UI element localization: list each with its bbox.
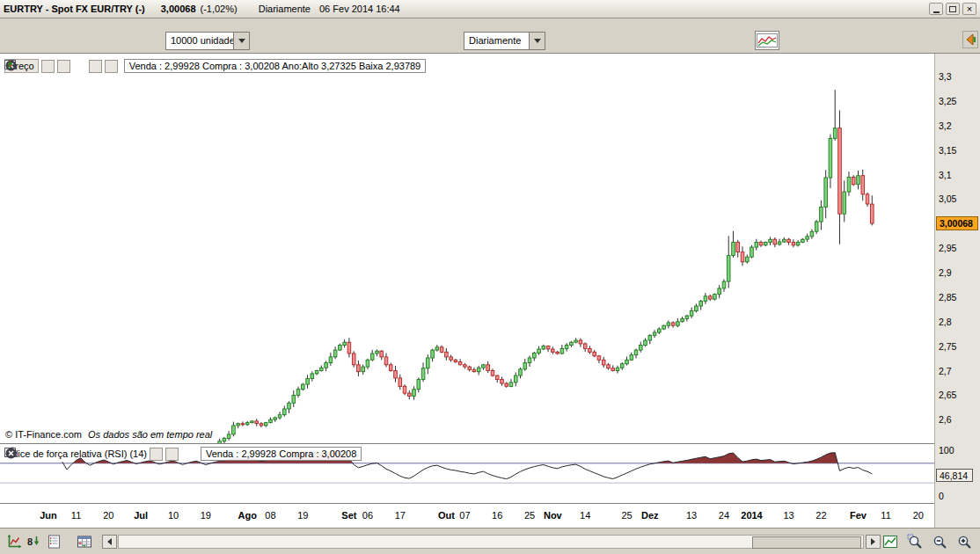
minimize-icon: [933, 11, 940, 13]
time-axis: Jun1120Jul1019Ago0819Set0617Out071625Nov…: [0, 504, 934, 528]
data-table-button[interactable]: [76, 533, 93, 550]
rsi-pane[interactable]: Índice de força relativa (RSI) (14): [0, 444, 934, 504]
rsi-axis: 100 0 46,814: [934, 444, 980, 504]
rsi-close-button[interactable]: [181, 448, 194, 461]
price-window-button[interactable]: [57, 60, 70, 73]
price-quote: Venda : 2,99928 Compra : 3,00208 Ano:Alt…: [124, 59, 426, 73]
side-panel-toggle-icon: [964, 33, 976, 47]
price-axis-label: 2,7: [935, 366, 980, 376]
price-axis-label: 2,8: [935, 317, 980, 327]
price-axis: 3,00068 3,33,253,23,153,13,052,952,92,85…: [934, 54, 980, 444]
rsi-window-button[interactable]: [165, 448, 179, 461]
time-scrollbar-thumb[interactable]: [752, 536, 861, 549]
zoom-select-icon: [907, 534, 923, 550]
units-display-button[interactable]: 8: [25, 533, 42, 550]
rsi-axis-bottom-label: 0: [939, 491, 944, 501]
chart-axes-icon: [6, 534, 22, 550]
buy-arrow-icon: [4, 59, 16, 70]
price-pane[interactable]: Preço: [0, 54, 934, 444]
price-axis-label: 2,6: [935, 414, 980, 425]
zoom-out-button[interactable]: [931, 533, 948, 550]
chevron-right-icon: [871, 538, 875, 545]
window-title: EURTRY - Spot FX EUR/TRY (-): [4, 4, 145, 14]
titlebar-period: Diariamente: [259, 4, 311, 14]
rsi-settings-button[interactable]: [150, 448, 163, 461]
fit-chart-button[interactable]: [881, 533, 899, 550]
price-axis-label: 3,2: [935, 120, 980, 131]
maximize-icon: [949, 6, 956, 12]
bottom-toolbar: 8: [0, 528, 980, 554]
last-price-badge: 3,00068: [936, 216, 978, 230]
chart-area: Preço: [0, 54, 980, 528]
realtime-note: Os dados são em tempo real: [88, 429, 212, 440]
side-panel-toggle-button[interactable]: [962, 31, 978, 48]
maximize-button[interactable]: [946, 3, 960, 15]
close-button[interactable]: ×: [962, 3, 976, 15]
main-toolbar: 10000 unidades Diariamente: [0, 18, 980, 54]
price-axis-label: 3,05: [935, 193, 980, 204]
order-list-button[interactable]: [46, 533, 63, 550]
trading-app-window: EURTRY - Spot FX EUR/TRY (-) 3,00068 (-1…: [0, 0, 980, 554]
titlebar-datetime: 06 Fev 2014 16:44: [319, 4, 400, 14]
time-axis-label: 17: [374, 510, 427, 521]
axis-corner: [934, 504, 980, 528]
title-bar[interactable]: EURTRY - Spot FX EUR/TRY (-) 3,00068 (-1…: [0, 0, 980, 18]
rsi-pane-label[interactable]: Índice de força relativa (RSI) (14): [4, 448, 147, 459]
price-axis-label: 2,85: [935, 292, 980, 303]
chevron-down-icon: [534, 39, 541, 43]
scroll-right-button[interactable]: [866, 535, 881, 549]
svg-text:8: 8: [27, 536, 33, 547]
time-scrollbar[interactable]: [118, 535, 864, 549]
units-dropdown[interactable]: 10000 unidades: [165, 32, 250, 50]
candlestick-chart[interactable]: [0, 54, 934, 443]
zoom-in-icon: [956, 534, 972, 550]
price-axis-label: 2,95: [935, 243, 980, 253]
scroll-left-button[interactable]: [102, 535, 117, 549]
price-axis-label: 2,65: [935, 390, 980, 400]
chevron-down-icon: [238, 39, 245, 43]
price-axis-label: 2,75: [935, 341, 980, 352]
price-axis-label: 3,25: [935, 96, 980, 106]
table-icon: [77, 534, 92, 550]
chart-type-button[interactable]: [755, 31, 779, 50]
timeframe-dropdown-button[interactable]: [529, 33, 545, 49]
chart-type-icon: [757, 33, 778, 47]
window-controls: ×: [929, 3, 976, 15]
price-axis-label: 3,15: [935, 145, 980, 156]
buy-button[interactable]: [105, 60, 118, 73]
price-settings-button[interactable]: [41, 60, 55, 73]
minimize-button[interactable]: [929, 3, 943, 15]
chart-options-button[interactable]: [5, 533, 23, 550]
close-icon: [4, 447, 18, 460]
zoom-select-button[interactable]: [906, 533, 924, 550]
list-icon: [47, 534, 62, 550]
price-axis-label: 3,3: [935, 71, 980, 82]
rsi-quote: Venda : 2,99928 Compra : 3,00208: [201, 447, 362, 461]
sell-button[interactable]: [89, 60, 102, 73]
timeframe-dropdown[interactable]: Diariamente: [464, 32, 545, 50]
rsi-axis-top-label: 100: [939, 445, 954, 456]
units-dropdown-value: 10000 unidades: [166, 33, 233, 49]
chevron-left-icon: [107, 538, 112, 545]
price-axis-label: 2,9: [935, 267, 980, 278]
zoom-in-button[interactable]: [955, 533, 973, 550]
units-dropdown-button[interactable]: [233, 33, 249, 49]
price-close-button[interactable]: [73, 60, 86, 73]
copyright-text: © IT-Finance.com: [5, 429, 82, 440]
price-axis-label: 3,1: [935, 170, 980, 180]
titlebar-change: (-1,02%): [201, 4, 238, 14]
rsi-value-badge: 46,814: [936, 469, 973, 482]
copyright-line: © IT-Finance.com Os dados são em tempo r…: [5, 429, 212, 440]
fit-chart-icon: [882, 534, 898, 550]
titlebar-last-price: 3,00068: [161, 4, 196, 14]
price-pane-header: Preço: [4, 59, 426, 73]
time-axis-label: 20: [892, 510, 934, 521]
timeframe-dropdown-value: Diariamente: [464, 33, 529, 49]
units-count-icon: 8: [26, 534, 41, 550]
time-axis-label: 19: [276, 510, 329, 521]
rsi-pane-header: Índice de força relativa (RSI) (14): [4, 447, 362, 461]
zoom-out-icon: [932, 534, 947, 550]
